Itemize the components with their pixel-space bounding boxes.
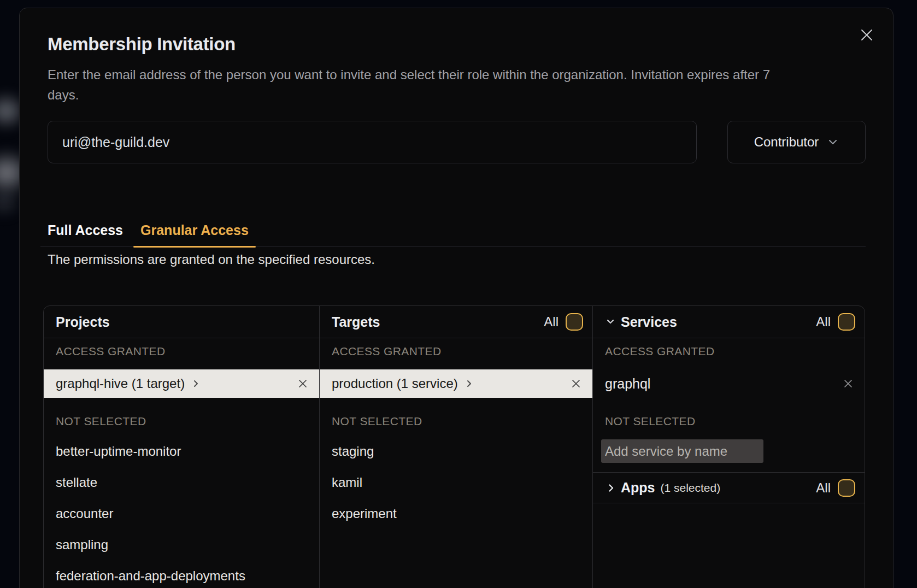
apps-section-row[interactable]: Apps (1 selected) All	[593, 473, 865, 503]
tab-granular-access[interactable]: Granular Access	[133, 222, 256, 246]
services-all-label: All	[816, 314, 831, 330]
project-item[interactable]: federation-and-app-deployments	[44, 565, 319, 587]
background-blob	[0, 187, 22, 217]
targets-column: Targets All ACCESS GRANTED production (1…	[320, 306, 593, 588]
access-tabs: Full Access Granular Access	[40, 222, 866, 247]
project-item[interactable]: better-uptime-monitor	[44, 440, 319, 463]
access-granted-label: ACCESS GRANTED	[605, 340, 714, 362]
email-input[interactable]	[48, 121, 697, 163]
remove-icon	[297, 378, 308, 389]
targets-header: Targets All	[320, 306, 592, 338]
tab-full-access-label: Full Access	[48, 222, 123, 238]
remove-project-button[interactable]	[297, 378, 308, 389]
project-item[interactable]: stellate	[44, 471, 319, 494]
apps-selected-count: (1 selected)	[661, 481, 721, 495]
dialog-description: Enter the email address of the person yo…	[48, 64, 845, 105]
apps-section-title: Apps	[621, 480, 655, 496]
services-column: Services All ACCESS GRANTED graphql NOT …	[593, 306, 865, 588]
targets-all-label: All	[544, 314, 559, 330]
resources-table: Projects ACCESS GRANTED graphql-hive (1 …	[43, 305, 865, 588]
selected-project-row[interactable]: graphql-hive (1 target)	[44, 369, 319, 398]
add-service-input[interactable]	[601, 439, 763, 463]
project-item[interactable]: sampling	[44, 533, 319, 556]
chevron-right-icon	[606, 483, 616, 493]
selected-target-name: production (1 service)	[332, 376, 458, 391]
close-icon	[860, 28, 874, 42]
chevron-down-icon	[605, 316, 616, 327]
services-header-label: Services	[621, 314, 677, 330]
description-line-1: Enter the email address of the person yo…	[48, 67, 770, 82]
granted-service-name: graphql	[605, 376, 650, 392]
access-granted-label: ACCESS GRANTED	[56, 340, 165, 362]
membership-invitation-dialog: Membership Invitation Enter the email ad…	[19, 8, 894, 588]
selected-target-row[interactable]: production (1 service)	[320, 369, 592, 398]
targets-header-label: Targets	[332, 314, 380, 330]
tab-granular-access-label: Granular Access	[140, 222, 249, 238]
role-select[interactable]: Contributor	[727, 121, 866, 163]
granted-service-row[interactable]: graphql	[593, 369, 865, 398]
tab-full-access[interactable]: Full Access	[40, 222, 130, 246]
target-item[interactable]: experiment	[320, 502, 592, 525]
access-granted-label: ACCESS GRANTED	[332, 340, 441, 362]
apps-all-label: All	[816, 480, 831, 496]
chevron-down-icon	[827, 136, 839, 148]
remove-target-button[interactable]	[571, 378, 581, 389]
permissions-note: The permissions are granted on the speci…	[48, 252, 375, 267]
close-button[interactable]	[857, 25, 877, 45]
remove-icon	[843, 378, 854, 389]
role-select-value: Contributor	[754, 134, 819, 150]
not-selected-label: NOT SELECTED	[56, 410, 146, 432]
chevron-right-icon	[191, 379, 200, 388]
selected-project-name: graphql-hive (1 target)	[56, 376, 185, 391]
services-header[interactable]: Services All	[593, 306, 865, 338]
projects-column: Projects ACCESS GRANTED graphql-hive (1 …	[44, 306, 320, 588]
targets-all-checkbox[interactable]	[566, 313, 583, 331]
project-item[interactable]: accounter	[44, 502, 319, 525]
divider	[593, 503, 865, 503]
services-all-checkbox[interactable]	[838, 313, 855, 331]
remove-icon	[571, 378, 581, 389]
not-selected-label: NOT SELECTED	[605, 410, 695, 432]
projects-header: Projects	[44, 306, 319, 338]
description-line-2: days.	[48, 87, 79, 102]
target-item[interactable]: kamil	[320, 471, 592, 494]
projects-header-label: Projects	[56, 314, 110, 330]
remove-service-button[interactable]	[843, 378, 854, 389]
chevron-right-icon	[465, 379, 473, 388]
not-selected-label: NOT SELECTED	[332, 410, 422, 432]
target-item[interactable]: staging	[320, 440, 592, 463]
apps-all-checkbox[interactable]	[838, 479, 855, 497]
dialog-title: Membership Invitation	[48, 34, 236, 55]
